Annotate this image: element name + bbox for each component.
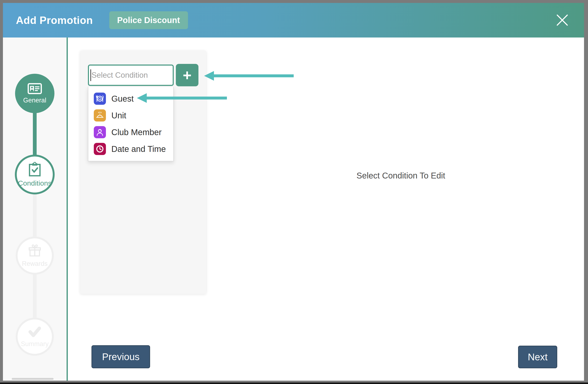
promotion-name-badge: Police Discount	[109, 11, 188, 29]
empty-state-message: Select Condition To Edit	[313, 171, 489, 180]
close-button[interactable]	[555, 13, 569, 27]
gift-icon	[28, 244, 42, 258]
page-title: Add Promotion	[16, 14, 93, 26]
stepper-step-label: General	[23, 97, 46, 104]
sidebar-scrollbar[interactable]	[12, 378, 54, 380]
dropdown-option-label: Club Member	[111, 128, 162, 137]
stepper-step-general[interactable]: General	[15, 74, 54, 113]
next-button[interactable]: Next	[518, 346, 557, 368]
previous-button[interactable]: Previous	[91, 345, 150, 368]
screen-bottom-edge	[0, 383, 588, 384]
stepper-connector	[33, 194, 37, 237]
modal-body: General Conditions	[3, 38, 584, 381]
person-icon	[94, 126, 106, 138]
stepper-connector	[33, 274, 37, 318]
select-condition-input[interactable]	[88, 65, 174, 86]
add-condition-button[interactable]: +	[176, 64, 198, 86]
clipboard-check-icon	[28, 162, 42, 177]
dropdown-option-label: Unit	[111, 111, 126, 120]
dropdown-option-club-member[interactable]: Club Member	[88, 124, 173, 141]
wizard-stepper-sidebar: General Conditions	[3, 38, 68, 381]
dropdown-option-label: Guest	[111, 94, 134, 104]
conditions-step-content: + Guest	[68, 38, 584, 381]
dropdown-option-label: Date and Time	[111, 144, 166, 154]
stepper-step-label: Conditions	[18, 179, 52, 187]
plus-icon: +	[183, 65, 191, 86]
cloche-icon	[94, 109, 106, 121]
stepper-connector	[33, 112, 37, 156]
clock-icon	[94, 143, 106, 155]
stepper-step-label: Rewards	[22, 260, 47, 268]
stepper-step-summary[interactable]: Summary	[16, 317, 54, 356]
dropdown-option-guest[interactable]: Guest	[88, 90, 173, 107]
arrow-shaft	[213, 74, 294, 77]
stepper-step-label: Summary	[21, 340, 49, 348]
add-promotion-modal: Add Promotion Police Discount	[3, 3, 584, 381]
condition-dropdown: Guest Unit	[88, 87, 174, 161]
close-icon	[556, 14, 569, 27]
stepper-step-rewards[interactable]: Rewards	[16, 237, 54, 275]
dining-icon	[94, 92, 106, 105]
modal-header: Add Promotion Police Discount	[3, 3, 584, 38]
id-card-icon	[27, 83, 42, 94]
dropdown-option-unit[interactable]: Unit	[88, 107, 173, 124]
check-icon	[27, 326, 42, 338]
text-caret	[90, 69, 91, 81]
dropdown-option-date-and-time[interactable]: Date and Time	[88, 141, 173, 157]
annotation-arrow-to-add-button	[204, 71, 294, 81]
stepper-step-conditions[interactable]: Conditions	[15, 155, 55, 194]
